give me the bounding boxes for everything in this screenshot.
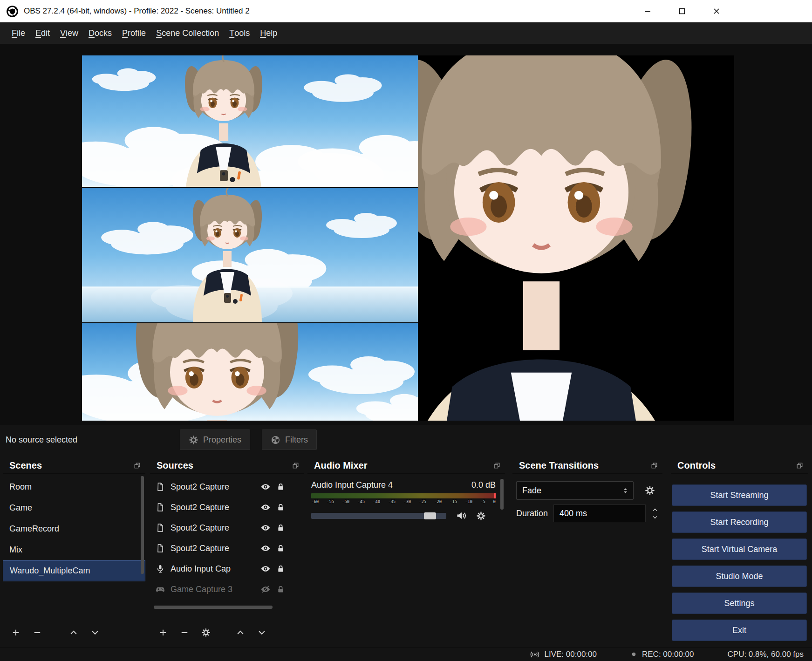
scene-item-warudo-multiplecam[interactable]: Warudo_MultipleCam [3, 560, 145, 581]
filters-button[interactable]: Filters [262, 429, 317, 450]
lock-icon[interactable] [276, 565, 285, 573]
exit-button[interactable]: Exit [672, 620, 807, 641]
meter-tick: -20 [434, 499, 442, 504]
dock-popout-icon[interactable] [292, 462, 299, 469]
transition-select[interactable]: Fade [516, 481, 634, 500]
add-scene-button[interactable] [11, 628, 20, 637]
scenes-scrollbar[interactable] [141, 476, 144, 574]
menu-edit[interactable]: Edit [30, 22, 55, 44]
move-source-down-button[interactable] [257, 628, 266, 637]
controls-buttons: Start Streaming Start Recording Start Vi… [672, 484, 807, 641]
close-button[interactable] [699, 0, 734, 22]
menu-tools[interactable]: Tools [224, 22, 255, 44]
source-row-game-capture[interactable]: Game Capture 3 [150, 579, 304, 600]
menu-file[interactable]: File [7, 22, 30, 44]
menu-view[interactable]: View [55, 22, 83, 44]
dock-popout-icon[interactable] [651, 462, 658, 469]
cpu-fps-text: CPU: 0.8%, 60.00 fps [728, 650, 804, 659]
duration-input[interactable]: 400 ms [553, 504, 646, 522]
dock-popout-icon[interactable] [796, 462, 803, 469]
scene-label: Warudo_MultipleCam [10, 566, 90, 576]
mixer-channel-name: Audio Input Capture 4 [311, 480, 393, 490]
minimize-button[interactable] [630, 0, 665, 22]
meter-tick: -5 [480, 499, 485, 504]
mixer-scrollbar[interactable] [500, 479, 504, 510]
start-virtual-camera-button[interactable]: Start Virtual Camera [672, 538, 807, 560]
scene-label: Mix [9, 545, 22, 555]
maximize-button[interactable] [665, 0, 699, 22]
source-label: Spout2 Capture [171, 482, 255, 492]
visibility-eye-slash-icon[interactable] [260, 584, 271, 594]
source-row-spout2-capture[interactable]: Spout2 Capture [150, 477, 304, 497]
record-dot-icon [630, 651, 637, 658]
source-label: Spout2 Capture [171, 544, 255, 553]
scene-transitions-dock: Scene Transitions Fade Duration 400 ms [512, 458, 662, 644]
volume-meter [311, 493, 496, 498]
visibility-eye-icon[interactable] [260, 543, 271, 553]
dock-popout-icon[interactable] [134, 462, 141, 469]
move-scene-up-button[interactable] [69, 628, 78, 637]
source-properties-gear-button[interactable] [201, 628, 211, 637]
dock-popout-icon[interactable] [493, 462, 500, 469]
scene-item-room[interactable]: Room [3, 477, 145, 497]
audio-mixer-header: Audio Mixer [307, 458, 505, 474]
source-row-audio-input-capture[interactable]: Audio Input Cap [150, 559, 304, 579]
duration-spin-down-button[interactable] [651, 514, 659, 520]
preview-cam-1 [82, 55, 418, 187]
lock-icon[interactable] [276, 524, 285, 532]
scene-label: GameRecord [9, 524, 59, 534]
menu-scene-collection[interactable]: Scene Collection [151, 22, 224, 44]
preview-canvas[interactable] [82, 55, 734, 421]
sources-horizontal-scrollbar[interactable] [154, 606, 273, 609]
properties-button[interactable]: Properties [180, 429, 250, 450]
duration-value: 400 ms [560, 509, 587, 518]
cpu-fps-status: CPU: 0.8%, 60.00 fps [728, 650, 804, 659]
studio-mode-button[interactable]: Studio Mode [672, 566, 807, 587]
remove-source-button[interactable] [180, 628, 189, 637]
volume-slider-handle[interactable] [424, 512, 436, 519]
scene-item-game[interactable]: Game [3, 497, 145, 518]
preview-cam-3 [82, 323, 418, 421]
remove-scene-button[interactable] [33, 628, 42, 637]
meter-tick: -30 [403, 499, 411, 504]
menu-help[interactable]: Help [255, 22, 282, 44]
source-toolbar: No source selected Properties Filters [0, 425, 812, 454]
scene-item-gamerecord[interactable]: GameRecord [3, 518, 145, 539]
meter-tick: -40 [373, 499, 380, 504]
source-row-spout2-capture[interactable]: Spout2 Capture [150, 518, 304, 538]
lock-icon[interactable] [276, 544, 285, 553]
no-source-selected-label: No source selected [6, 435, 77, 445]
volume-slider[interactable] [311, 513, 446, 519]
preview-area [0, 44, 812, 425]
menu-docks[interactable]: Docks [83, 22, 117, 44]
duration-spin-up-button[interactable] [651, 507, 659, 513]
source-row-spout2-capture[interactable]: Spout2 Capture [150, 497, 304, 518]
lock-icon[interactable] [276, 483, 285, 491]
settings-button[interactable]: Settings [672, 593, 807, 614]
gear-icon [189, 435, 198, 445]
rec-status: REC: 00:00:00 [630, 650, 694, 659]
move-scene-down-button[interactable] [90, 628, 100, 637]
visibility-eye-icon[interactable] [260, 502, 271, 512]
mixer-gear-button[interactable] [476, 511, 486, 521]
scene-item-mix[interactable]: Mix [3, 539, 145, 560]
lock-icon[interactable] [276, 585, 285, 594]
start-recording-button[interactable]: Start Recording [672, 511, 807, 533]
obs-logo-icon [6, 5, 19, 18]
start-streaming-button[interactable]: Start Streaming [672, 484, 807, 506]
speaker-mute-button[interactable] [456, 510, 467, 521]
visibility-eye-icon[interactable] [260, 482, 271, 492]
source-row-spout2-capture[interactable]: Spout2 Capture [150, 538, 304, 559]
filters-button-label: Filters [285, 435, 308, 445]
visibility-eye-icon[interactable] [260, 523, 271, 533]
live-status: LIVE: 00:00:00 [530, 649, 597, 660]
visibility-eye-icon[interactable] [260, 564, 271, 574]
add-source-button[interactable] [158, 628, 168, 637]
move-source-up-button[interactable] [236, 628, 245, 637]
scene-label: Game [9, 503, 32, 513]
meter-tick: -45 [357, 499, 365, 504]
menu-profile[interactable]: Profile [117, 22, 151, 44]
lock-icon[interactable] [276, 503, 285, 512]
transition-properties-gear-button[interactable] [645, 485, 655, 496]
broadcast-icon [530, 649, 540, 660]
